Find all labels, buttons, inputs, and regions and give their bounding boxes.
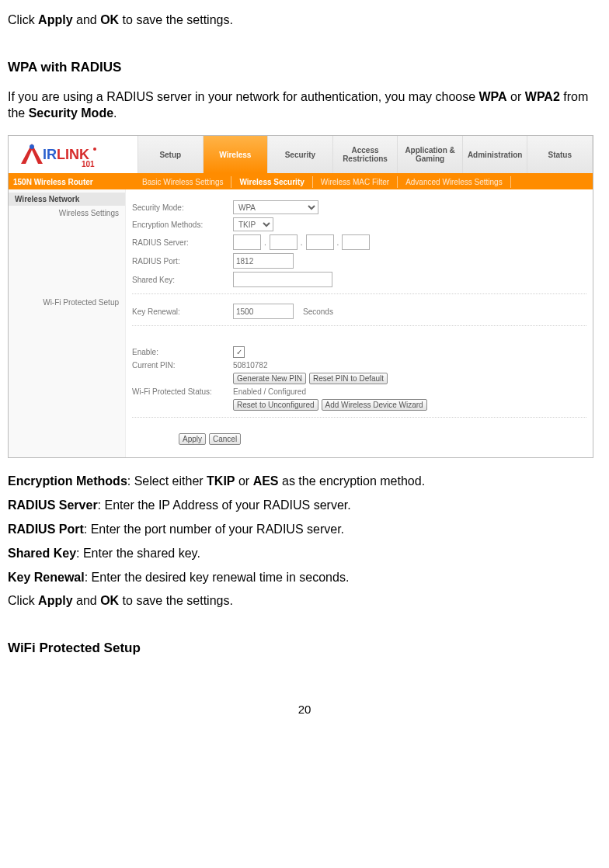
text: or xyxy=(507,90,525,103)
text: WPA2 xyxy=(525,90,560,103)
key-renewal-label: Key Renewal: xyxy=(132,307,233,316)
subnav-advanced[interactable]: Advanced Wireless Settings xyxy=(398,176,511,188)
enable-label: Enable: xyxy=(132,348,233,356)
router-screenshot: IR LINK 101 Setup Wireless Security Acce… xyxy=(8,135,593,458)
sidebar-header: Wireless Network xyxy=(9,193,125,206)
router-header: IR LINK 101 Setup Wireless Security Acce… xyxy=(9,136,593,175)
current-pin-label: Current PIN: xyxy=(132,361,233,370)
airlink-logo-icon: IR LINK 101 xyxy=(15,141,108,168)
subnav-title: 150N Wireless Router xyxy=(9,176,134,188)
text: : Enter the port number of your RADIUS s… xyxy=(84,523,344,536)
tab-administration[interactable]: Administration xyxy=(463,136,528,173)
shared-key-label: Shared Key: xyxy=(132,276,233,284)
security-group: Security Mode: WPA Encryption Methods: T… xyxy=(132,194,586,294)
encryption-select[interactable]: TKIP xyxy=(233,217,273,231)
settings-panel: Security Mode: WPA Encryption Methods: T… xyxy=(126,189,593,457)
text: Security Mode xyxy=(29,106,113,120)
tab-application-gaming[interactable]: Application & Gaming xyxy=(398,136,463,173)
seconds-label: Seconds xyxy=(303,307,333,316)
text: and xyxy=(73,594,101,607)
section-paragraph: If you are using a RADIUS server in your… xyxy=(8,89,601,122)
def-shared-key: Shared Key: Enter the shared key. xyxy=(8,546,601,562)
subnav-basic[interactable]: Basic Wireless Settings xyxy=(134,176,231,188)
reset-pin-button[interactable]: Reset PIN to Default xyxy=(309,373,388,384)
ok-word: OK xyxy=(100,594,119,607)
logo: IR LINK 101 xyxy=(9,136,137,173)
subnav-wireless-security[interactable]: Wireless Security xyxy=(231,176,312,188)
key-renewal-group: Key Renewal: Seconds xyxy=(132,297,586,326)
apply-button[interactable]: Apply xyxy=(179,433,206,445)
radius-port-label: RADIUS Port: xyxy=(132,257,233,266)
sidebar: Wireless Network Wireless Settings Wi-Fi… xyxy=(9,189,126,457)
tab-setup[interactable]: Setup xyxy=(138,136,204,173)
svg-point-5 xyxy=(93,148,96,151)
text: or xyxy=(235,474,253,488)
ip-octet-1[interactable] xyxy=(233,234,261,250)
section-heading-wps: WiFi Protected Setup xyxy=(8,641,601,656)
generate-new-pin-button[interactable]: Generate New PIN xyxy=(233,373,306,384)
label: Key Renewal xyxy=(8,571,85,584)
key-renewal-input[interactable] xyxy=(233,304,294,319)
label: RADIUS Port xyxy=(8,523,84,536)
wps-group: Enable: ✓ Current PIN: 50810782 Generate… xyxy=(132,340,586,418)
tab-access-restrictions[interactable]: Access Restrictions xyxy=(333,136,398,173)
text: AES xyxy=(253,474,279,488)
nav-tabs: Setup Wireless Security Access Restricti… xyxy=(137,136,593,173)
def-radius-server: RADIUS Server: Enter the IP Address of y… xyxy=(8,498,601,514)
text: to save the settings. xyxy=(119,594,233,607)
apply-word: Apply xyxy=(38,594,72,607)
apply-word: Apply xyxy=(38,13,72,26)
tab-wireless[interactable]: Wireless xyxy=(204,136,269,173)
text: Click xyxy=(8,594,38,607)
encryption-label: Encryption Methods: xyxy=(132,220,233,229)
enable-checkbox[interactable]: ✓ xyxy=(233,346,245,358)
security-mode-label: Security Mode: xyxy=(132,203,233,212)
reset-unconfigured-button[interactable]: Reset to Unconfigured xyxy=(233,399,318,411)
ip-octet-2[interactable] xyxy=(270,234,298,250)
add-wireless-device-button[interactable]: Add Wireless Device Wizard xyxy=(322,399,427,411)
security-mode-select[interactable]: WPA xyxy=(233,200,318,214)
closing-line: Click Apply and OK to save the settings. xyxy=(8,593,601,609)
tab-security[interactable]: Security xyxy=(268,136,333,173)
svg-text:IR: IR xyxy=(43,147,57,162)
ip-octet-4[interactable] xyxy=(342,234,370,250)
subnav-mac-filter[interactable]: Wireless MAC Filter xyxy=(313,176,398,188)
sidebar-item-wps[interactable]: Wi-Fi Protected Setup xyxy=(9,295,125,310)
label: Encryption Methods xyxy=(8,474,127,488)
radius-port-input[interactable] xyxy=(233,253,294,269)
text: : Select either xyxy=(127,474,207,488)
text: as the encryption method. xyxy=(279,474,426,488)
radius-server-ip: . . . xyxy=(233,234,586,250)
shared-key-input[interactable] xyxy=(233,272,332,287)
wps-status-label: Wi-Fi Protected Status: xyxy=(132,387,233,396)
svg-point-2 xyxy=(30,144,34,149)
text: to save the settings. xyxy=(119,13,233,26)
text: If you are using a RADIUS server in your… xyxy=(8,90,479,103)
def-radius-port: RADIUS Port: Enter the port number of yo… xyxy=(8,522,601,538)
svg-text:101: 101 xyxy=(82,160,95,168)
ip-octet-3[interactable] xyxy=(306,234,334,250)
cancel-button[interactable]: Cancel xyxy=(209,433,241,445)
tab-status[interactable]: Status xyxy=(527,136,593,173)
def-encryption: Encryption Methods: Select either TKIP o… xyxy=(8,474,601,490)
router-body: Wireless Network Wireless Settings Wi-Fi… xyxy=(9,189,593,457)
text: : Enter the shared key. xyxy=(76,547,200,560)
text: : Enter the desired key renewal time in … xyxy=(85,571,350,584)
label: Shared Key xyxy=(8,547,76,560)
text: WPA xyxy=(479,90,507,103)
radius-server-label: RADIUS Server: xyxy=(132,238,233,247)
wps-status-value: Enabled / Configured xyxy=(233,387,306,396)
text: . xyxy=(113,106,117,120)
page-number: 20 xyxy=(8,703,601,716)
section-heading-wpa-radius: WPA with RADIUS xyxy=(8,60,601,75)
text: TKIP xyxy=(207,474,235,488)
def-key-renewal: Key Renewal: Enter the desired key renew… xyxy=(8,570,601,586)
ok-word: OK xyxy=(100,13,119,26)
label: RADIUS Server xyxy=(8,498,98,512)
text: and xyxy=(73,13,101,26)
current-pin-value: 50810782 xyxy=(233,361,268,370)
text: : Enter the IP Address of your RADIUS se… xyxy=(98,498,351,512)
sidebar-item-wireless-settings[interactable]: Wireless Settings xyxy=(9,206,125,220)
text: Click xyxy=(8,13,38,26)
subnav: 150N Wireless Router Basic Wireless Sett… xyxy=(9,175,593,189)
